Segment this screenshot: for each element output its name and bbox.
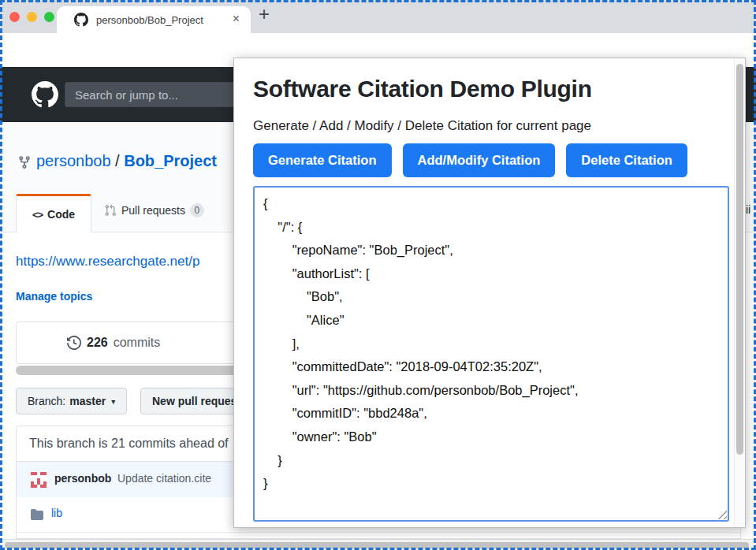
add-modify-citation-button[interactable]: Add/Modify Citation [403, 143, 556, 177]
github-favicon-icon [74, 13, 88, 27]
code-icon: <> [32, 209, 43, 221]
branch-label: Branch: [28, 395, 65, 407]
popup-button-row: Generate Citation Add/Modify Citation De… [253, 143, 687, 177]
branch-selector-button[interactable]: Branch: master ▾ [16, 388, 127, 414]
tab-code[interactable]: <> Code [16, 194, 91, 232]
commits-count: 226 [87, 336, 108, 350]
avatar[interactable] [31, 472, 47, 488]
folder-icon [31, 508, 43, 521]
breadcrumb: personbob / Bob_Project [17, 152, 217, 170]
github-logo-icon[interactable] [32, 81, 58, 108]
manage-topics-link[interactable]: Manage topics [16, 290, 92, 303]
history-icon [67, 336, 81, 350]
popup-title: Software Citation Demo Plugin [253, 76, 592, 102]
hidden-tab-fragment: ii [746, 203, 750, 216]
github-search-input[interactable] [65, 82, 246, 107]
minimize-window-button[interactable] [27, 12, 37, 22]
repo-fork-icon [17, 155, 32, 169]
fullscreen-window-button[interactable] [44, 12, 54, 22]
pull-requests-count-badge: 0 [190, 203, 204, 217]
delete-citation-button[interactable]: Delete Citation [566, 143, 687, 177]
citation-json-textarea[interactable]: { "/": { "repoName": "Bob_Project", "aut… [253, 186, 729, 522]
browser-tabstrip: personbob/Bob_Project × + [0, 0, 756, 33]
browser-tab[interactable]: personbob/Bob_Project × [57, 6, 251, 33]
commit-author-link[interactable]: personbob [54, 472, 111, 485]
popup-vertical-scrollbar-thumb[interactable] [736, 64, 743, 455]
pull-request-icon [104, 204, 117, 217]
new-pull-request-label: New pull request [152, 395, 240, 407]
repo-website-link[interactable]: https://www.researchgate.net/p [16, 254, 199, 269]
page-horizontal-scrollbar-thumb[interactable] [5, 542, 749, 548]
new-tab-button[interactable]: + [259, 3, 270, 25]
citation-textarea-wrap: { "/": { "repoName": "Bob_Project", "aut… [253, 186, 729, 522]
screenshot-root: personbob/Bob_Project × + https://github… [0, 0, 756, 550]
tab-code-label: Code [47, 208, 75, 221]
generate-citation-button[interactable]: Generate Citation [253, 143, 392, 177]
popup-vertical-scrollbar[interactable] [734, 58, 745, 527]
close-window-button[interactable] [9, 12, 20, 22]
commit-message-link[interactable]: Update citation.cite [117, 472, 211, 485]
page-horizontal-scrollbar[interactable] [0, 539, 756, 550]
tab-title: personbob/Bob_Project [96, 14, 203, 26]
file-name-link[interactable]: lib [51, 507, 62, 519]
citation-extension-popup: Software Citation Demo Plugin Generate /… [233, 58, 746, 528]
branch-name: master [69, 395, 106, 407]
tab-pull-requests[interactable]: Pull requests 0 [104, 203, 204, 217]
tab-pull-requests-label: Pull requests [121, 204, 185, 217]
tab-close-button[interactable]: × [233, 12, 240, 26]
chevron-down-icon: ▾ [111, 397, 115, 406]
repo-owner-link[interactable]: personbob [36, 152, 111, 169]
popup-subtitle: Generate / Add / Modify / Delete Citatio… [253, 118, 591, 134]
commits-label: commits [114, 336, 161, 350]
breadcrumb-separator: / [111, 152, 125, 169]
repo-name-link[interactable]: Bob_Project [124, 152, 217, 169]
branch-ahead-text: This branch is 21 commits ahead of [29, 426, 229, 461]
